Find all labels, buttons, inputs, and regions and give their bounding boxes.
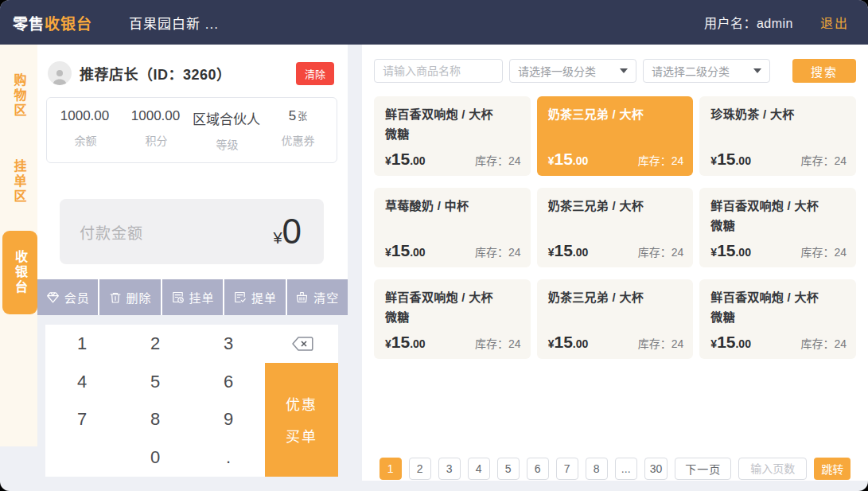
clear-member-button[interactable]: 清除 (296, 62, 334, 85)
pickup-order-icon (233, 290, 247, 304)
currency-symbol: ¥ (273, 229, 282, 247)
product-card[interactable]: 鲜百香双响炮 / 大杯微糖 ¥15.00 库存：24 (374, 96, 531, 176)
app-logo: 零售收银台 (13, 12, 92, 33)
product-name: 珍珠奶茶 / 大杯 (710, 105, 845, 125)
numpad-key-1[interactable]: 1 (45, 325, 119, 363)
product-stock: 库存：24 (475, 244, 521, 259)
numpad: 1 2 3 4 5 6 7 8 9 0 . 优惠 买单 (45, 325, 338, 477)
product-stock: 库存：24 (638, 152, 684, 168)
page-button-8[interactable]: 8 (586, 458, 608, 480)
sidebar-background: 购物区 挂单区 收银台 (0, 45, 37, 446)
product-stock: 库存：24 (638, 335, 684, 351)
discount-pay-button[interactable]: 优惠 买单 (265, 363, 338, 477)
page-button-6[interactable]: 6 (527, 458, 549, 480)
sidebar-tab-cashier[interactable]: 收银台 (2, 231, 37, 314)
product-name: 鲜百香双响炮 / 大杯微糖 (385, 288, 520, 328)
product-price: ¥15.00 (710, 333, 751, 352)
product-card[interactable]: 珍珠奶茶 / 大杯 ¥15.00 库存：24 (699, 96, 856, 176)
numpad-key-6[interactable]: 6 (192, 363, 265, 401)
product-name: 草莓酸奶 / 中杯 (385, 197, 520, 216)
stat-level: 区域合伙人 等级 (192, 108, 263, 152)
category1-select[interactable]: 请选择一级分类 (509, 59, 636, 83)
page-button-30[interactable]: 30 (644, 458, 668, 480)
jump-button[interactable]: 跳转 (814, 458, 850, 480)
page-button-7[interactable]: 7 (556, 458, 578, 480)
pagination: 1 2 3 4 5 6 7 8 ... 30 下一页 跳转 (374, 458, 856, 480)
stat-balance: 1000.00 余额 (50, 108, 121, 152)
product-card[interactable]: 奶茶三兄弟 / 大杯 ¥15.00 库存：24 (537, 279, 694, 359)
chevron-down-icon (753, 68, 761, 73)
page-button-ellipsis[interactable]: ... (615, 458, 637, 480)
numpad-key-dot[interactable]: . (192, 438, 265, 477)
product-card[interactable]: 鲜百香双响炮 / 大杯微糖 ¥15.00 库存：24 (374, 279, 531, 359)
product-name: 奶茶三兄弟 / 大杯 (548, 197, 683, 216)
page-button-5[interactable]: 5 (497, 458, 520, 480)
checkout-panel: 推荐店长（ID：3260） 清除 1000.00 余额 1000.00 积分 区… (37, 45, 348, 481)
product-price: ¥15.00 (710, 241, 751, 260)
product-stock: 库存：24 (800, 152, 847, 168)
page-button-3[interactable]: 3 (438, 458, 461, 480)
category2-select[interactable]: 请选择二级分类 (643, 59, 770, 83)
product-card[interactable]: 奶茶三兄弟 / 大杯 ¥15.00 库存：24 (537, 188, 694, 267)
numpad-key-3[interactable]: 3 (192, 325, 265, 363)
member-button[interactable]: 会员 (37, 279, 98, 315)
gem-icon (46, 290, 60, 304)
member-avatar (48, 61, 72, 85)
numpad-key-0[interactable]: 0 (119, 438, 192, 477)
page-button-2[interactable]: 2 (409, 458, 431, 480)
numpad-key-7[interactable]: 7 (45, 401, 119, 439)
product-stock: 库存：24 (475, 335, 521, 351)
member-stats-card: 1000.00 余额 1000.00 积分 区域合伙人 等级 5张 优惠券 (46, 97, 337, 163)
payment-placeholder: 付款金额 (60, 221, 143, 243)
logout-button[interactable]: 退出 (820, 13, 849, 32)
product-stock: 库存：24 (475, 152, 521, 168)
product-panel: 请选择一级分类 请选择二级分类 搜索 鲜百香双响炮 / 大杯微糖 ¥15.00 … (362, 45, 868, 481)
sidebar: 购物区 挂单区 收银台 (0, 45, 37, 481)
chevron-down-icon (620, 68, 628, 73)
top-bar: 零售收银台 百果园白新 ... 用户名：admin 退出 (0, 0, 868, 45)
brand-prefix: 零售 (13, 16, 45, 33)
backspace-key[interactable] (265, 325, 338, 363)
numpad-key-2[interactable]: 2 (119, 325, 192, 363)
pickup-order-button[interactable]: 提单 (224, 279, 285, 315)
sidebar-tab-held-orders[interactable]: 挂单区 (10, 158, 29, 205)
next-page-button[interactable]: 下一页 (675, 458, 731, 480)
product-stock: 库存：24 (638, 244, 684, 259)
product-grid: 鲜百香双响炮 / 大杯微糖 ¥15.00 库存：24 奶茶三兄弟 / 大杯 ¥1… (374, 96, 856, 359)
product-price: ¥15.00 (710, 150, 751, 169)
product-stock: 库存：24 (800, 244, 847, 259)
product-name: 鲜百香双响炮 / 大杯微糖 (710, 288, 845, 328)
product-card-selected[interactable]: 奶茶三兄弟 / 大杯 ¥15.00 库存：24 (537, 96, 694, 176)
brand-suffix: 收银台 (45, 16, 92, 33)
product-price: ¥15.00 (385, 150, 426, 169)
product-name: 奶茶三兄弟 / 大杯 (548, 105, 683, 125)
pos-window: 零售收银台 百果园白新 ... 用户名：admin 退出 购物区 挂单区 收银台… (0, 0, 868, 491)
page-button-1[interactable]: 1 (380, 458, 402, 480)
stat-coupons: 5张 优惠券 (263, 108, 333, 152)
product-card[interactable]: 草莓酸奶 / 中杯 ¥15.00 库存：24 (374, 188, 531, 267)
numpad-key-5[interactable]: 5 (119, 363, 192, 401)
clear-cart-icon (295, 290, 309, 304)
stat-points: 1000.00 积分 (121, 108, 192, 152)
numpad-key-9[interactable]: 9 (192, 401, 265, 439)
person-icon (50, 66, 69, 85)
payment-amount-field[interactable]: 付款金额 ¥0 (60, 199, 324, 264)
product-name: 鲜百香双响炮 / 大杯微糖 (385, 105, 520, 145)
payment-amount: ¥0 (273, 214, 324, 249)
product-name-input[interactable] (374, 59, 503, 83)
product-card[interactable]: 鲜百香双响炮 / 大杯微糖 ¥15.00 库存：24 (699, 279, 856, 359)
hold-order-button[interactable]: 挂单 (162, 279, 223, 315)
store-name: 百果园白新 ... (129, 13, 219, 33)
search-button[interactable]: 搜索 (792, 59, 856, 83)
sidebar-tab-shopping[interactable]: 购物区 (10, 45, 29, 119)
product-price: ¥15.00 (548, 241, 589, 260)
page-number-input[interactable] (738, 458, 807, 480)
numpad-key-4[interactable]: 4 (45, 363, 119, 401)
trash-icon (109, 291, 122, 304)
clear-cart-button[interactable]: 清空 (287, 279, 348, 315)
numpad-key-8[interactable]: 8 (119, 401, 192, 439)
product-card[interactable]: 鲜百香双响炮 / 大杯微糖 ¥15.00 库存：24 (699, 188, 856, 267)
search-bar: 请选择一级分类 请选择二级分类 搜索 (374, 59, 856, 83)
delete-button[interactable]: 删除 (99, 279, 160, 315)
page-button-4[interactable]: 4 (468, 458, 490, 480)
